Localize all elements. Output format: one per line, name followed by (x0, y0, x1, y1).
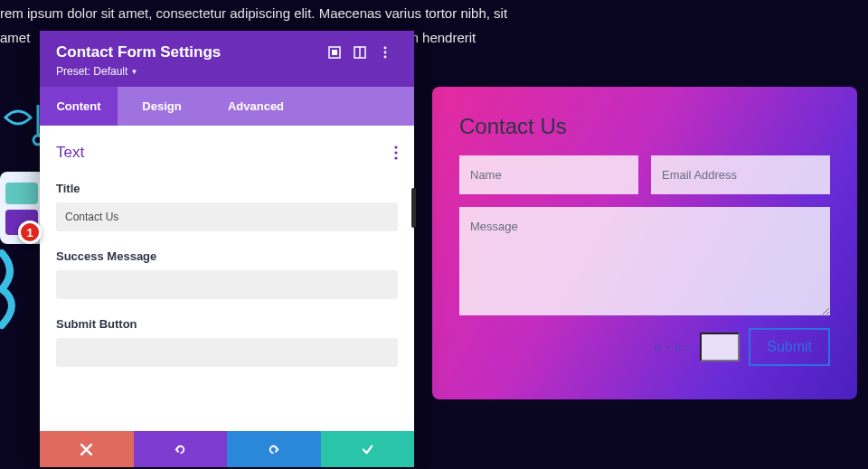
success-field-label: Success Message (56, 249, 398, 263)
form-title: Contact Us (459, 114, 830, 139)
redo-button[interactable] (227, 431, 321, 467)
svg-point-8 (384, 52, 387, 54)
annotation-badge-1: 1 (18, 220, 42, 244)
submit-button[interactable]: Submit (749, 328, 830, 366)
panel-tabs: Content Design Advanced (40, 87, 414, 126)
bg-line-2a: amet (0, 30, 30, 45)
tab-advanced[interactable]: Advanced (206, 87, 306, 126)
undo-button[interactable] (134, 431, 228, 467)
svg-point-11 (394, 151, 397, 154)
bg-line-1: rem ipsum dolor sit amet, consectetur ad… (0, 5, 507, 21)
tab-design[interactable]: Design (118, 87, 206, 126)
settings-panel: Contact Form Settings Preset: Default▼ C… (40, 31, 414, 467)
preset-label: Preset: Default (56, 65, 127, 78)
svg-point-9 (384, 56, 387, 59)
email-input[interactable] (651, 155, 830, 194)
save-button[interactable] (321, 431, 415, 467)
submit-field-input[interactable] (56, 338, 398, 367)
panel-title: Contact Form Settings (56, 43, 322, 61)
captcha-input[interactable] (700, 333, 740, 361)
svg-point-7 (384, 47, 387, 50)
expand-icon[interactable] (322, 46, 347, 59)
svg-rect-1 (5, 183, 38, 204)
snap-icon[interactable] (347, 46, 373, 59)
title-field-label: Title (56, 182, 398, 195)
submit-field-label: Submit Button (56, 317, 398, 331)
svg-rect-4 (332, 50, 337, 55)
panel-footer (40, 431, 414, 467)
cancel-button[interactable] (40, 431, 134, 467)
panel-body: Text Title Success Message Submit Button (40, 126, 414, 431)
name-input[interactable] (459, 155, 638, 194)
success-field-input[interactable] (56, 270, 398, 299)
captcha-label: 6 + 8 = (655, 341, 691, 354)
preset-selector[interactable]: Preset: Default▼ (56, 65, 398, 78)
section-title[interactable]: Text (56, 144, 394, 162)
panel-header[interactable]: Contact Form Settings Preset: Default▼ (40, 31, 414, 87)
section-options-icon[interactable] (394, 145, 398, 160)
tab-content[interactable]: Content (40, 87, 118, 126)
message-input[interactable] (459, 207, 830, 315)
svg-point-12 (394, 156, 397, 159)
contact-form-preview: Contact Us 6 + 8 = Submit (432, 87, 857, 399)
more-icon[interactable] (373, 46, 398, 59)
svg-point-10 (394, 145, 397, 148)
title-field-input[interactable] (56, 202, 398, 231)
scrollbar-thumb[interactable] (411, 188, 416, 228)
